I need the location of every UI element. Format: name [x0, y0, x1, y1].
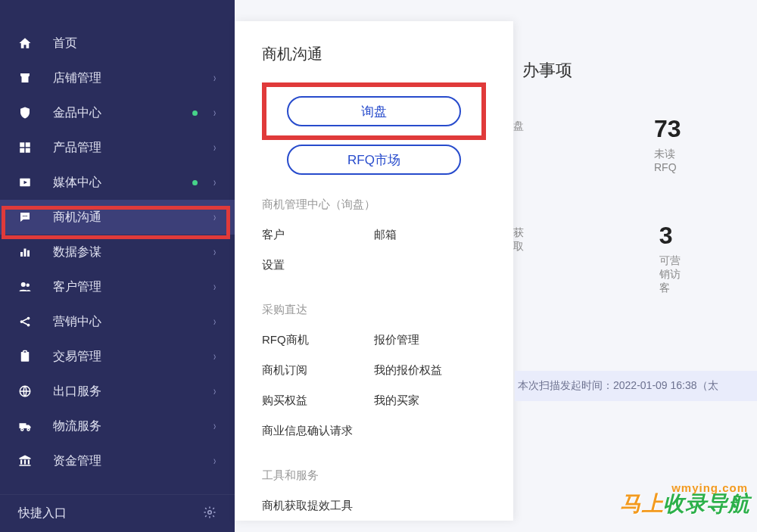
- share-icon: [18, 315, 32, 328]
- chevron-right-icon: ›: [213, 350, 216, 363]
- svg-point-25: [208, 510, 212, 514]
- stat-block-unread-rfq[interactable]: 73 未读RFQ: [646, 115, 690, 173]
- svg-rect-3: [26, 148, 30, 153]
- sidebar-item-label: 数据参谋: [53, 244, 213, 260]
- scan-time-banner: 本次扫描发起时间：2022-01-09 16:38（太: [515, 371, 757, 401]
- watermark-text-a: 马上: [620, 492, 663, 515]
- sidebar-item-logistics[interactable]: 物流服务 ›: [0, 409, 235, 443]
- stat-label: 盘: [513, 120, 524, 133]
- svg-point-11: [21, 282, 26, 287]
- sidebar-item-media[interactable]: 媒体中心 ›: [0, 165, 235, 200]
- svg-rect-9: [24, 249, 26, 257]
- subsection-opportunity-center: 商机管理中心（询盘）: [262, 198, 486, 212]
- chevron-right-icon: ›: [213, 141, 216, 154]
- chevron-right-icon: ›: [213, 106, 216, 120]
- chevron-right-icon: ›: [213, 210, 216, 224]
- sidebar-item-gold[interactable]: 金品中心 ›: [0, 95, 235, 130]
- scan-time-text: 本次扫描发起时间：2022-01-09 16:38（太: [518, 379, 718, 393]
- right-panel: 办事项 盘 73 未读RFQ 获取 3 可营销访客: [513, 59, 757, 295]
- sidebar-item-shop[interactable]: 店铺管理 ›: [0, 61, 235, 95]
- watermark-text-b: 收录导航: [663, 492, 749, 515]
- svg-rect-23: [28, 460, 30, 465]
- chevron-right-icon: ›: [213, 419, 216, 433]
- sidebar-item-opportunity[interactable]: 商机沟通 ›: [0, 200, 235, 235]
- users-icon: [18, 280, 32, 294]
- bar-chart-icon: [18, 245, 32, 259]
- svg-rect-10: [27, 250, 30, 257]
- sidebar-item-label: 客户管理: [53, 279, 213, 295]
- submenu-link-customer[interactable]: 客户: [262, 219, 374, 250]
- svg-rect-17: [23, 351, 27, 353]
- submenu-title: 商机沟通: [262, 44, 486, 64]
- sidebar-item-label: 物流服务: [53, 418, 213, 434]
- grid-icon: [18, 141, 32, 154]
- svg-rect-21: [20, 460, 22, 465]
- subsection-tools: 工具和服务: [262, 468, 486, 483]
- shop-icon: [18, 71, 32, 85]
- submenu-panel: 商机沟通 询盘 RFQ市场 商机管理中心（询盘） 客户 邮箱 设置 采购直达 R…: [235, 21, 513, 521]
- sidebar-item-label: 交易管理: [53, 349, 213, 365]
- gear-icon[interactable]: [203, 506, 217, 522]
- submenu-link-mailbox[interactable]: 邮箱: [374, 219, 486, 250]
- svg-point-5: [23, 216, 24, 217]
- sidebar-item-label: 媒体中心: [53, 175, 192, 191]
- stat-block[interactable]: 盘: [513, 115, 524, 173]
- sidebar-item-data[interactable]: 数据参谋 ›: [0, 235, 235, 269]
- rfq-market-button[interactable]: RFQ市场: [287, 145, 461, 175]
- chevron-right-icon: ›: [213, 245, 216, 259]
- chevron-right-icon: ›: [213, 384, 216, 398]
- globe-icon: [18, 384, 32, 398]
- status-dot-icon: [192, 110, 198, 116]
- sidebar-item-label: 产品管理: [53, 140, 213, 156]
- status-dot-icon: [192, 180, 198, 185]
- stat-block[interactable]: 获取: [513, 222, 529, 295]
- svg-point-12: [26, 284, 30, 288]
- submenu-link-my-buyers[interactable]: 我的买家: [374, 385, 486, 415]
- shield-icon: [18, 106, 32, 120]
- sidebar-item-trade[interactable]: 交易管理 ›: [0, 339, 235, 374]
- svg-rect-24: [20, 465, 31, 466]
- submenu-link-quote-rights[interactable]: 我的报价权益: [374, 355, 486, 385]
- todo-title: 办事项: [513, 59, 757, 82]
- nav-list: 首页 店铺管理 › 金品中心 › 产品管理 ›: [0, 0, 235, 478]
- chevron-right-icon: ›: [213, 454, 216, 468]
- sidebar-item-product[interactable]: 产品管理 ›: [0, 130, 235, 165]
- inquiry-button[interactable]: 询盘: [287, 96, 461, 126]
- chevron-right-icon: ›: [213, 280, 216, 294]
- stat-value: 73: [654, 115, 690, 143]
- svg-rect-1: [26, 142, 30, 147]
- sidebar-item-export[interactable]: 出口服务 ›: [0, 374, 235, 409]
- sidebar-item-label: 金品中心: [53, 105, 192, 121]
- submenu-link-settings[interactable]: 设置: [262, 250, 374, 280]
- svg-rect-8: [20, 252, 23, 257]
- sidebar-item-home[interactable]: 首页: [0, 26, 235, 61]
- sidebar-item-label: 资金管理: [53, 453, 213, 469]
- sidebar-item-label: 出口服务: [53, 384, 213, 400]
- submenu-link-buy-rights[interactable]: 购买权益: [262, 385, 374, 415]
- sidebar-item-funds[interactable]: 资金管理 ›: [0, 443, 235, 478]
- annotation-box-inquiry: 询盘: [262, 82, 486, 140]
- chat-icon: [18, 210, 32, 224]
- submenu-link-rfq-opportunity[interactable]: RFQ商机: [262, 325, 374, 355]
- submenu-link-info-confirm[interactable]: 商业信息确认请求: [262, 415, 486, 446]
- sidebar-item-customer[interactable]: 客户管理 ›: [0, 269, 235, 304]
- submenu-link-subscription[interactable]: 商机订阅: [262, 355, 374, 385]
- submenu-link-quote-manage[interactable]: 报价管理: [374, 325, 486, 355]
- bank-icon: [18, 454, 32, 468]
- chevron-right-icon: ›: [213, 315, 216, 328]
- truck-icon: [18, 419, 32, 433]
- submenu-link-efficiency-tool[interactable]: 商机获取提效工具: [262, 490, 486, 521]
- sidebar-item-marketing[interactable]: 营销中心 ›: [0, 304, 235, 339]
- chevron-right-icon: ›: [213, 176, 216, 189]
- shortcut-entry[interactable]: 快捷入口: [0, 494, 235, 532]
- stat-block-marketable-visitors[interactable]: 3 可营销访客: [652, 222, 690, 295]
- media-icon: [18, 176, 32, 189]
- watermark-logo: 马上收录导航: [620, 490, 749, 518]
- svg-point-20: [27, 428, 30, 431]
- sidebar-item-label: 商机沟通: [53, 210, 213, 226]
- sidebar: 首页 店铺管理 › 金品中心 › 产品管理 ›: [0, 0, 235, 532]
- sidebar-item-label: 首页: [53, 36, 217, 51]
- svg-rect-2: [20, 148, 24, 153]
- clipboard-icon: [18, 350, 32, 363]
- sidebar-item-label: 营销中心: [53, 314, 213, 330]
